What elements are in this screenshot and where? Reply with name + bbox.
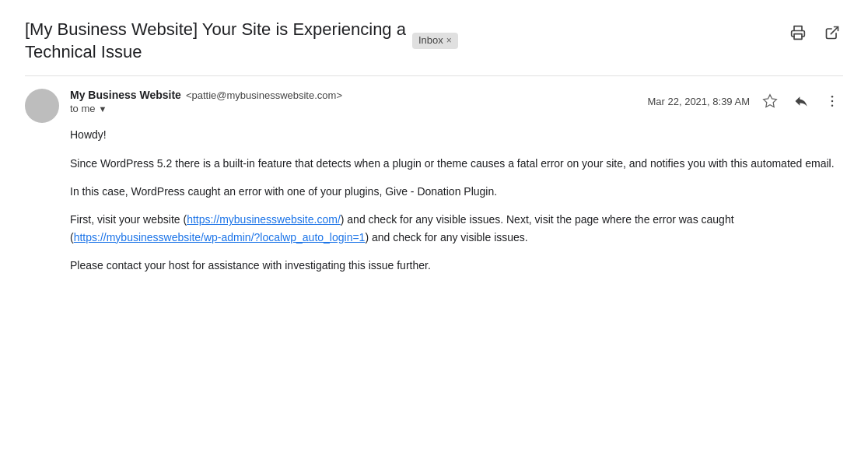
inbox-badge-label: Inbox <box>418 34 443 47</box>
svg-point-4 <box>831 100 834 103</box>
sender-left: My Business Website <pattie@mybusinesswe… <box>25 89 342 123</box>
sender-row: My Business Website <pattie@mybusinesswe… <box>25 89 843 123</box>
sender-name-row: My Business Website <pattie@mybusinesswe… <box>70 89 342 101</box>
email-container: [My Business Website] Your Site is Exper… <box>0 0 868 304</box>
svg-line-1 <box>831 27 838 34</box>
popout-icon <box>824 25 840 40</box>
to-me-row[interactable]: to me ▼ <box>70 103 342 114</box>
print-button[interactable] <box>787 22 809 44</box>
popout-button[interactable] <box>821 22 843 44</box>
sender-email: <pattie@mybusinesswebsite.com> <box>186 89 342 101</box>
para3-before: First, visit your website ( <box>70 213 187 226</box>
date-label: Mar 22, 2021, 8:39 AM <box>647 96 750 107</box>
sender-name: My Business Website <box>70 89 181 101</box>
sender-right: Mar 22, 2021, 8:39 AM <box>647 89 843 112</box>
paragraph-4: Please contact your host for assistance … <box>70 257 843 274</box>
greeting-text: Howdy! <box>70 126 843 143</box>
chevron-down-icon: ▼ <box>99 104 107 114</box>
email-title-row: [My Business Website] Your Site is Exper… <box>25 19 843 63</box>
para3-after: ) and check for any visible issues. <box>365 231 527 244</box>
svg-rect-0 <box>794 34 802 40</box>
email-title-area: [My Business Website] Your Site is Exper… <box>25 19 787 63</box>
title-icons <box>787 19 843 44</box>
paragraph-2: In this case, WordPress caught an error … <box>70 183 843 200</box>
avatar <box>25 89 59 123</box>
svg-point-3 <box>831 96 834 98</box>
inbox-badge-close[interactable]: × <box>446 35 452 47</box>
reply-icon <box>793 93 809 109</box>
svg-point-5 <box>831 105 834 107</box>
svg-marker-2 <box>764 95 777 107</box>
website-link[interactable]: https://mybusinesswebsite.com/ <box>187 213 341 226</box>
print-icon <box>790 25 806 40</box>
reply-button[interactable] <box>790 90 812 112</box>
email-body: Howdy! Since WordPress 5.2 there is a bu… <box>70 126 843 274</box>
inbox-badge[interactable]: Inbox × <box>412 33 458 49</box>
to-me-label: to me <box>70 103 96 114</box>
paragraph-1: Since WordPress 5.2 there is a built-in … <box>70 155 843 172</box>
subject-text: [My Business Website] Your Site is Exper… <box>25 19 406 63</box>
paragraph-3: First, visit your website (https://mybus… <box>70 211 843 246</box>
more-options-icon <box>824 93 840 109</box>
email-subject: [My Business Website] Your Site is Exper… <box>25 19 787 63</box>
sender-info: My Business Website <pattie@mybusinesswe… <box>70 89 342 114</box>
title-divider <box>25 75 843 76</box>
star-icon <box>762 93 778 109</box>
star-button[interactable] <box>759 90 781 112</box>
more-options-button[interactable] <box>821 90 843 112</box>
wp-admin-link[interactable]: https://mybusinesswebsite/wp-admin/?loca… <box>74 231 366 244</box>
